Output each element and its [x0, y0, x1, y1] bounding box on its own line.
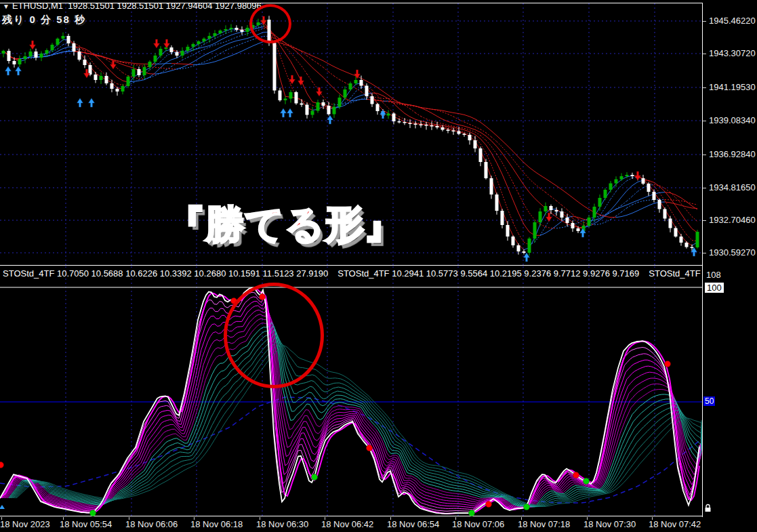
bear-candle — [555, 210, 558, 211]
bull-candle — [56, 39, 60, 45]
bear-candle — [512, 237, 515, 245]
bull-candle — [197, 41, 201, 44]
annotation-circle-upper — [249, 4, 291, 43]
sell-arrow-icon — [30, 41, 36, 49]
bull-candle — [213, 33, 217, 36]
bear-candle — [452, 131, 455, 132]
bull-candle — [29, 52, 33, 56]
bull-candle — [127, 77, 130, 86]
price-axis-label: 1945.46220 — [709, 16, 756, 26]
buy-arrow-icon — [5, 66, 12, 75]
sell-arrow-icon — [546, 213, 552, 222]
bear-candle — [73, 43, 76, 52]
time-axis-label: 18 Nov 07:06 — [452, 519, 504, 529]
bear-candle — [371, 96, 374, 104]
time-axis-label: 18 Nov 06:42 — [321, 519, 373, 529]
lock-icon[interactable] — [704, 504, 712, 512]
bear-candle — [409, 123, 412, 125]
price-axis[interactable]: 1945.462201943.307201941.195301939.08340… — [703, 0, 757, 532]
bull-candle — [219, 30, 222, 33]
bear-candle — [420, 125, 423, 126]
oscillator-level-50-marker: 50 — [703, 396, 715, 406]
oscillator-max-value: 108 — [706, 270, 721, 280]
bear-candle — [235, 28, 239, 30]
oscillator-panel[interactable] — [0, 266, 757, 517]
bull-candle — [246, 28, 249, 32]
bear-candle — [577, 228, 580, 231]
bear-candle — [474, 140, 477, 148]
bull-candle — [148, 62, 152, 67]
bear-candle — [67, 36, 70, 43]
bear-candle — [663, 209, 667, 219]
bear-candle — [468, 135, 472, 140]
bear-candle — [322, 102, 325, 106]
bull-candle — [387, 114, 390, 116]
bull-candle — [284, 99, 287, 101]
bull-candle — [165, 47, 168, 49]
sell-arrow-icon — [164, 39, 170, 48]
time-axis-label: 18 Nov 2023 — [0, 519, 50, 529]
stochastic-main-lines — [0, 288, 699, 514]
bear-candle — [571, 223, 575, 228]
price-axis-label: 1941.19530 — [709, 82, 756, 92]
bear-candle — [647, 184, 651, 192]
bear-candle — [403, 122, 407, 123]
bull-candle — [539, 211, 542, 222]
sell-dot — [665, 361, 671, 367]
buy-arrow-icon — [77, 98, 83, 107]
time-axis[interactable]: 18 Nov 202318 Nov 05:5418 Nov 06:0618 No… — [0, 517, 757, 532]
bull-candle — [132, 69, 136, 77]
bull-candle — [598, 198, 602, 207]
indicator-label-0: STOStd_4TF 10.7050 10.5688 10.6226 10.33… — [3, 268, 328, 279]
bear-candle — [376, 104, 380, 112]
price-tick — [703, 87, 706, 88]
bear-candle — [306, 105, 309, 115]
indicator-values-row: STOStd_4TF 10.7050 10.5688 10.6226 10.33… — [3, 268, 701, 279]
bear-candle — [94, 75, 98, 80]
time-axis-label: 18 Nov 06:54 — [387, 519, 439, 529]
bull-candle — [588, 218, 591, 226]
indicator-label-1: STOStd_4TF 10.2941 10.5773 9.5564 10.219… — [337, 268, 639, 279]
buy-arrow-icon — [281, 108, 287, 117]
bear-candle — [241, 30, 244, 32]
price-tick — [703, 155, 706, 155]
bear-candle — [463, 134, 466, 136]
sell-arrow-icon — [289, 75, 295, 84]
bear-candle — [658, 200, 661, 209]
bear-candle — [447, 130, 450, 131]
buy-arrow-icon — [16, 66, 22, 75]
bull-candle — [208, 36, 211, 39]
price-tick — [703, 121, 706, 121]
bear-candle — [501, 211, 504, 225]
bear-candle — [566, 218, 569, 223]
bull-candle — [311, 111, 314, 115]
bear-candle — [680, 237, 683, 243]
bear-candle — [506, 225, 510, 237]
price-axis-label: 1934.81650 — [709, 182, 756, 192]
buy-dot — [90, 510, 96, 516]
bear-candle — [669, 219, 672, 228]
time-axis-label: 18 Nov 06:18 — [190, 519, 243, 529]
chart-header: ▼ETHUSD,M1 1928.51501 1928.51501 1927.94… — [3, 1, 262, 11]
bear-candle — [430, 125, 434, 127]
bull-candle — [604, 190, 607, 198]
bear-candle — [631, 175, 634, 176]
buy-arrow-icon — [524, 253, 530, 262]
bear-candle — [479, 148, 483, 162]
buy-dot — [524, 504, 530, 510]
bull-candle — [528, 239, 531, 253]
bull-candle — [45, 50, 49, 54]
bull-candle — [533, 222, 537, 239]
sell-arrow-icon — [154, 39, 160, 48]
time-axis-label: 18 Nov 07:42 — [649, 519, 701, 529]
bull-candle — [626, 175, 629, 176]
bull-candle — [609, 184, 613, 190]
price-tick — [703, 253, 706, 253]
price-axis-label: 1930.59270 — [709, 247, 756, 258]
bear-candle — [295, 92, 298, 104]
symbol-dropdown-icon[interactable]: ▼ — [3, 3, 9, 10]
bear-candle — [436, 126, 439, 127]
bull-candle — [154, 56, 157, 62]
bull-candle — [620, 176, 623, 180]
bear-candle — [392, 114, 396, 122]
